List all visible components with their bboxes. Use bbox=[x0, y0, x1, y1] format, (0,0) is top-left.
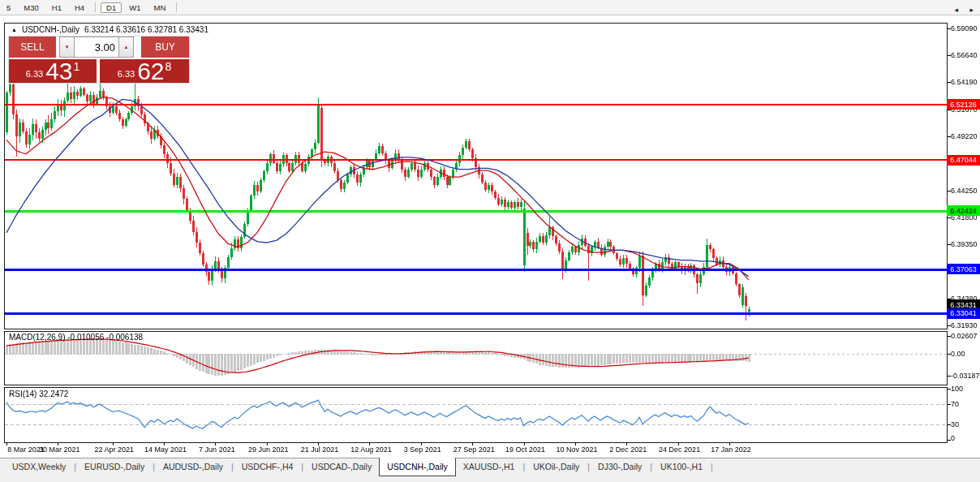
timeframe-toolbar: 5M30H1H4D1W1MN bbox=[0, 0, 980, 15]
price-axis-tick: 6.31930 bbox=[951, 321, 978, 329]
timeframe-button-mn[interactable]: MN bbox=[148, 2, 172, 13]
date-axis-label: 10 Nov 2021 bbox=[552, 445, 601, 454]
timeframe-button-5[interactable]: 5 bbox=[1, 2, 16, 13]
timeframe-button-m30[interactable]: M30 bbox=[18, 2, 44, 13]
price-axis-tick: 6.49220 bbox=[951, 132, 978, 140]
chart-tab-dj30-daily[interactable]: DJ30-,Daily bbox=[591, 458, 649, 476]
timeframe-button-h4[interactable]: H4 bbox=[69, 2, 90, 13]
tab-scroll-arrows: ◂ ▸ bbox=[944, 6, 974, 14]
price-axis-tick: 6.54190 bbox=[951, 78, 978, 86]
macd-axis-tick: 0.02607 bbox=[951, 332, 978, 340]
volume-increase-button[interactable]: ▲ bbox=[119, 37, 134, 58]
chart-tab-usdchf-h4[interactable]: USDCHF-,H4 bbox=[234, 458, 301, 476]
price-axis-tick: 6.56640 bbox=[951, 51, 978, 59]
rsi-axis-tick: 100 bbox=[951, 385, 963, 393]
tabs-scroll-left-icon[interactable]: ◂ bbox=[954, 6, 958, 14]
sell-quote-box[interactable]: 6.33 43 1 bbox=[9, 59, 97, 83]
sell-price-sup: 1 bbox=[74, 60, 80, 73]
chart-title: ▲USDCNH-,Daily6.33214 6.33616 6.32781 6.… bbox=[11, 25, 208, 34]
collapse-chart-icon[interactable]: ▲ bbox=[11, 27, 17, 32]
one-click-trading-panel: SELL ▼ ▲ BUY 6.33 43 1 6.33 62 8 bbox=[9, 37, 189, 83]
price-line-label: 6.37063 bbox=[947, 264, 980, 274]
date-axis-label: 30 Mar 2021 bbox=[35, 445, 84, 454]
spinner-down-icon: ▼ bbox=[65, 45, 70, 49]
volume-input[interactable] bbox=[74, 37, 119, 58]
date-axis-label: 22 Apr 2021 bbox=[90, 445, 139, 454]
tabs-scroll-right-icon[interactable]: ▸ bbox=[969, 6, 974, 14]
tab-separator: | bbox=[710, 458, 714, 476]
price-line-label: 6.52126 bbox=[947, 99, 980, 110]
buy-button[interactable]: BUY bbox=[141, 37, 189, 58]
date-axis-label: 7 Jun 2021 bbox=[192, 445, 241, 454]
date-axis-label: 17 Jan 2022 bbox=[707, 445, 755, 454]
price-line-label: 6.33041 bbox=[947, 308, 980, 319]
chart-tab-usdcad-daily[interactable]: USDCAD-,Daily bbox=[304, 458, 379, 476]
chart-tab-usdcnh-daily[interactable]: USDCNH-,Daily bbox=[379, 458, 456, 476]
chart-tab-xauusd-h1[interactable]: XAUUSD-,H1 bbox=[456, 458, 522, 476]
buy-price-prefix: 6.33 bbox=[118, 69, 135, 79]
date-axis-label: 24 Dec 2021 bbox=[655, 445, 704, 454]
rsi-axis-tick: 70 bbox=[951, 400, 959, 408]
rsi-axis-tick: 30 bbox=[951, 420, 959, 428]
chart-tab-bar: USDX,Weekly|EURUSD-,Daily|AUDUSD-,Daily|… bbox=[0, 458, 980, 482]
date-axis-label: 21 Jul 2021 bbox=[295, 445, 344, 454]
macd-indicator-label: MACD(12,26,9) -0.010056 -0.006138 bbox=[9, 333, 143, 342]
date-axis-label: 12 Aug 2021 bbox=[346, 445, 395, 454]
date-axis-label: 14 May 2021 bbox=[141, 445, 190, 454]
price-line-label: 6.47044 bbox=[947, 155, 980, 166]
rsi-indicator-label: RSI(14) 32.2472 bbox=[9, 389, 68, 398]
sell-price-big: 43 bbox=[45, 61, 72, 81]
date-axis-label: 29 Jun 2021 bbox=[244, 445, 293, 454]
buy-price-sup: 8 bbox=[165, 60, 172, 73]
chart-tab-ukoil-daily[interactable]: UKOil-,Daily bbox=[526, 458, 587, 476]
chart-tab-eurusd-daily[interactable]: EURUSD-,Daily bbox=[77, 458, 152, 476]
timeframe-button-w1[interactable]: W1 bbox=[123, 2, 146, 13]
volume-decrease-button[interactable]: ▼ bbox=[59, 37, 74, 58]
macd-axis-tick: -0.03187 bbox=[951, 372, 980, 380]
buy-quote-box[interactable]: 6.33 62 8 bbox=[100, 59, 189, 83]
toolbar-separator bbox=[95, 2, 96, 12]
chart-ohlc-values: 6.33214 6.33616 6.32781 6.33431 bbox=[84, 25, 208, 34]
price-axis-tick: 6.59090 bbox=[951, 24, 978, 32]
date-axis-label: 2 Dec 2021 bbox=[604, 445, 652, 454]
timeframe-button-h1[interactable]: H1 bbox=[46, 2, 67, 13]
chart-tab-uk100-h1[interactable]: UK100-,H1 bbox=[653, 458, 710, 476]
chart-tab-usdx-weekly[interactable]: USDX,Weekly bbox=[5, 458, 73, 476]
sell-price-prefix: 6.33 bbox=[26, 69, 43, 79]
price-axis-tick: 6.39350 bbox=[951, 240, 978, 248]
sell-button[interactable]: SELL bbox=[9, 37, 56, 58]
date-axis-label: 19 Oct 2021 bbox=[501, 445, 550, 454]
chart-tab-audusd-daily[interactable]: AUDUSD-,Daily bbox=[156, 458, 230, 476]
date-axis-label: 3 Sep 2021 bbox=[398, 445, 447, 454]
buy-price-big: 62 bbox=[137, 61, 164, 81]
chart-symbol-label: USDCNH-,Daily bbox=[22, 25, 80, 34]
toolbar-separator bbox=[176, 2, 177, 12]
macd-axis-tick: 0.00 bbox=[951, 350, 965, 358]
rsi-axis-tick: 0 bbox=[951, 434, 955, 442]
price-line-label: 6.42424 bbox=[947, 205, 980, 216]
price-axis-tick: 6.44250 bbox=[951, 187, 978, 195]
spinner-up-icon: ▲ bbox=[124, 45, 129, 49]
timeframe-button-d1[interactable]: D1 bbox=[101, 2, 122, 13]
date-axis-label: 27 Sep 2021 bbox=[449, 445, 498, 454]
